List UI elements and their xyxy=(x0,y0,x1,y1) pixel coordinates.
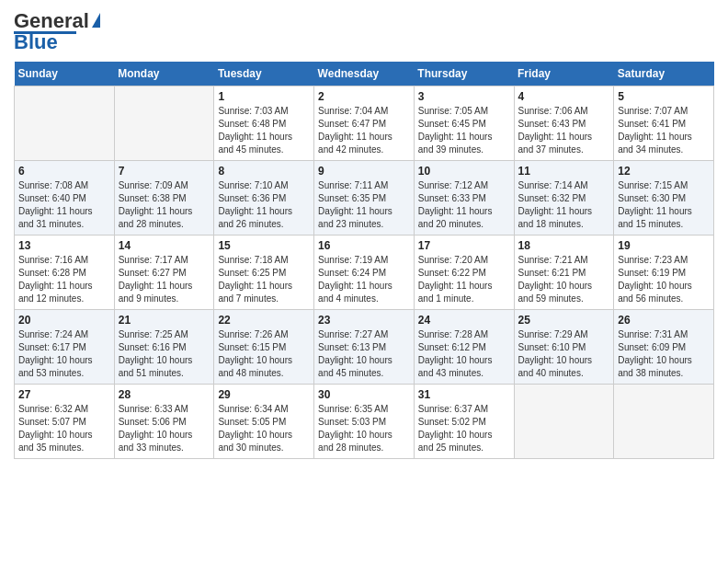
calendar-week-row: 6Sunrise: 7:08 AMSunset: 6:40 PMDaylight… xyxy=(15,161,714,236)
day-detail: Sunrise: 7:17 AMSunset: 6:27 PMDaylight:… xyxy=(119,254,210,305)
day-detail: Sunrise: 7:16 AMSunset: 6:28 PMDaylight:… xyxy=(18,254,110,305)
day-number: 23 xyxy=(318,314,410,327)
day-detail: Sunrise: 6:34 AMSunset: 5:05 PMDaylight:… xyxy=(218,403,310,454)
day-number: 13 xyxy=(18,239,110,252)
calendar-cell: 16Sunrise: 7:19 AMSunset: 6:24 PMDayligh… xyxy=(314,236,415,310)
day-detail: Sunrise: 7:14 AMSunset: 6:32 PMDaylight:… xyxy=(518,179,610,231)
weekday-header-row: SundayMondayTuesdayWednesdayThursdayFrid… xyxy=(15,62,714,86)
day-detail: Sunrise: 7:12 AMSunset: 6:33 PMDaylight:… xyxy=(418,179,510,231)
day-number: 26 xyxy=(618,314,710,327)
calendar-table: SundayMondayTuesdayWednesdayThursdayFrid… xyxy=(14,62,714,459)
day-detail: Sunrise: 7:04 AMSunset: 6:47 PMDaylight:… xyxy=(318,105,410,156)
calendar-cell: 26Sunrise: 7:31 AMSunset: 6:09 PMDayligh… xyxy=(614,310,714,385)
day-number: 4 xyxy=(518,90,610,103)
calendar-cell xyxy=(614,385,714,459)
calendar-cell: 19Sunrise: 7:23 AMSunset: 6:19 PMDayligh… xyxy=(614,236,714,310)
weekday-header-wednesday: Wednesday xyxy=(314,62,415,86)
calendar-cell xyxy=(114,86,214,161)
day-detail: Sunrise: 7:27 AMSunset: 6:13 PMDaylight:… xyxy=(318,328,410,380)
weekday-header-friday: Friday xyxy=(514,62,614,86)
calendar-cell: 11Sunrise: 7:14 AMSunset: 6:32 PMDayligh… xyxy=(514,161,614,236)
calendar-week-row: 20Sunrise: 7:24 AMSunset: 6:17 PMDayligh… xyxy=(15,310,714,385)
calendar-cell: 28Sunrise: 6:33 AMSunset: 5:06 PMDayligh… xyxy=(114,385,214,459)
page: General Blue SundayMondayTuesdayWednesda… xyxy=(0,0,728,473)
day-number: 30 xyxy=(318,388,410,401)
day-number: 9 xyxy=(318,165,410,178)
day-detail: Sunrise: 7:29 AMSunset: 6:10 PMDaylight:… xyxy=(518,328,610,380)
day-detail: Sunrise: 7:06 AMSunset: 6:43 PMDaylight:… xyxy=(518,105,610,156)
calendar-cell: 5Sunrise: 7:07 AMSunset: 6:41 PMDaylight… xyxy=(614,86,714,161)
calendar-cell: 1Sunrise: 7:03 AMSunset: 6:48 PMDaylight… xyxy=(214,86,314,161)
calendar-cell: 14Sunrise: 7:17 AMSunset: 6:27 PMDayligh… xyxy=(114,236,214,310)
day-detail: Sunrise: 7:21 AMSunset: 6:21 PMDaylight:… xyxy=(518,254,610,305)
day-number: 21 xyxy=(119,314,210,327)
day-number: 12 xyxy=(618,165,710,178)
calendar-cell: 4Sunrise: 7:06 AMSunset: 6:43 PMDaylight… xyxy=(514,86,614,161)
calendar-cell: 24Sunrise: 7:28 AMSunset: 6:12 PMDayligh… xyxy=(414,310,514,385)
calendar-cell: 23Sunrise: 7:27 AMSunset: 6:13 PMDayligh… xyxy=(314,310,415,385)
logo-triangle-icon xyxy=(92,13,100,28)
day-number: 15 xyxy=(218,239,310,252)
calendar-cell: 2Sunrise: 7:04 AMSunset: 6:47 PMDaylight… xyxy=(314,86,415,161)
day-number: 27 xyxy=(18,388,110,401)
day-number: 31 xyxy=(418,388,510,401)
day-number: 29 xyxy=(218,388,310,401)
day-detail: Sunrise: 6:32 AMSunset: 5:07 PMDaylight:… xyxy=(18,403,110,454)
day-number: 18 xyxy=(518,239,610,252)
day-number: 10 xyxy=(418,165,510,178)
calendar-cell: 31Sunrise: 6:37 AMSunset: 5:02 PMDayligh… xyxy=(414,385,514,459)
day-number: 14 xyxy=(119,239,210,252)
day-detail: Sunrise: 7:25 AMSunset: 6:16 PMDaylight:… xyxy=(119,328,210,380)
calendar-cell: 3Sunrise: 7:05 AMSunset: 6:45 PMDaylight… xyxy=(414,86,514,161)
day-number: 3 xyxy=(418,90,510,103)
day-detail: Sunrise: 7:05 AMSunset: 6:45 PMDaylight:… xyxy=(418,105,510,156)
day-detail: Sunrise: 7:26 AMSunset: 6:15 PMDaylight:… xyxy=(218,328,310,380)
day-detail: Sunrise: 7:31 AMSunset: 6:09 PMDaylight:… xyxy=(618,328,710,380)
calendar-cell: 13Sunrise: 7:16 AMSunset: 6:28 PMDayligh… xyxy=(15,236,115,310)
day-detail: Sunrise: 7:08 AMSunset: 6:40 PMDaylight:… xyxy=(18,179,110,231)
calendar-cell: 22Sunrise: 7:26 AMSunset: 6:15 PMDayligh… xyxy=(214,310,314,385)
calendar-cell: 6Sunrise: 7:08 AMSunset: 6:40 PMDaylight… xyxy=(15,161,115,236)
weekday-header-saturday: Saturday xyxy=(614,62,714,86)
calendar-cell: 17Sunrise: 7:20 AMSunset: 6:22 PMDayligh… xyxy=(414,236,514,310)
day-number: 28 xyxy=(119,388,210,401)
calendar-cell: 12Sunrise: 7:15 AMSunset: 6:30 PMDayligh… xyxy=(614,161,714,236)
day-detail: Sunrise: 6:33 AMSunset: 5:06 PMDaylight:… xyxy=(119,403,210,454)
day-detail: Sunrise: 7:19 AMSunset: 6:24 PMDaylight:… xyxy=(318,254,410,305)
day-detail: Sunrise: 7:15 AMSunset: 6:30 PMDaylight:… xyxy=(618,179,710,231)
day-detail: Sunrise: 7:20 AMSunset: 6:22 PMDaylight:… xyxy=(418,254,510,305)
day-detail: Sunrise: 7:24 AMSunset: 6:17 PMDaylight:… xyxy=(18,328,110,380)
calendar-week-row: 1Sunrise: 7:03 AMSunset: 6:48 PMDaylight… xyxy=(15,86,714,161)
calendar-cell: 21Sunrise: 7:25 AMSunset: 6:16 PMDayligh… xyxy=(114,310,214,385)
logo-blue: Blue xyxy=(14,30,58,54)
day-number: 1 xyxy=(218,90,310,103)
calendar-week-row: 13Sunrise: 7:16 AMSunset: 6:28 PMDayligh… xyxy=(15,236,714,310)
weekday-header-sunday: Sunday xyxy=(15,62,115,86)
calendar-cell xyxy=(15,86,115,161)
calendar-cell xyxy=(514,385,614,459)
day-detail: Sunrise: 6:35 AMSunset: 5:03 PMDaylight:… xyxy=(318,403,410,454)
day-number: 19 xyxy=(618,239,710,252)
calendar-cell: 15Sunrise: 7:18 AMSunset: 6:25 PMDayligh… xyxy=(214,236,314,310)
day-number: 7 xyxy=(119,165,210,178)
calendar-cell: 8Sunrise: 7:10 AMSunset: 6:36 PMDaylight… xyxy=(214,161,314,236)
calendar-cell: 10Sunrise: 7:12 AMSunset: 6:33 PMDayligh… xyxy=(414,161,514,236)
calendar-cell: 20Sunrise: 7:24 AMSunset: 6:17 PMDayligh… xyxy=(15,310,115,385)
day-detail: Sunrise: 7:07 AMSunset: 6:41 PMDaylight:… xyxy=(618,105,710,156)
day-detail: Sunrise: 6:37 AMSunset: 5:02 PMDaylight:… xyxy=(418,403,510,454)
day-detail: Sunrise: 7:03 AMSunset: 6:48 PMDaylight:… xyxy=(218,105,310,156)
day-number: 16 xyxy=(318,239,410,252)
day-detail: Sunrise: 7:18 AMSunset: 6:25 PMDaylight:… xyxy=(218,254,310,305)
day-number: 11 xyxy=(518,165,610,178)
header: General Blue xyxy=(14,9,714,54)
day-number: 22 xyxy=(218,314,310,327)
day-number: 17 xyxy=(418,239,510,252)
calendar-cell: 25Sunrise: 7:29 AMSunset: 6:10 PMDayligh… xyxy=(514,310,614,385)
logo: General Blue xyxy=(14,9,100,54)
weekday-header-tuesday: Tuesday xyxy=(214,62,314,86)
calendar-cell: 29Sunrise: 6:34 AMSunset: 5:05 PMDayligh… xyxy=(214,385,314,459)
day-detail: Sunrise: 7:10 AMSunset: 6:36 PMDaylight:… xyxy=(218,179,310,231)
day-number: 2 xyxy=(318,90,410,103)
day-number: 20 xyxy=(18,314,110,327)
day-detail: Sunrise: 7:11 AMSunset: 6:35 PMDaylight:… xyxy=(318,179,410,231)
